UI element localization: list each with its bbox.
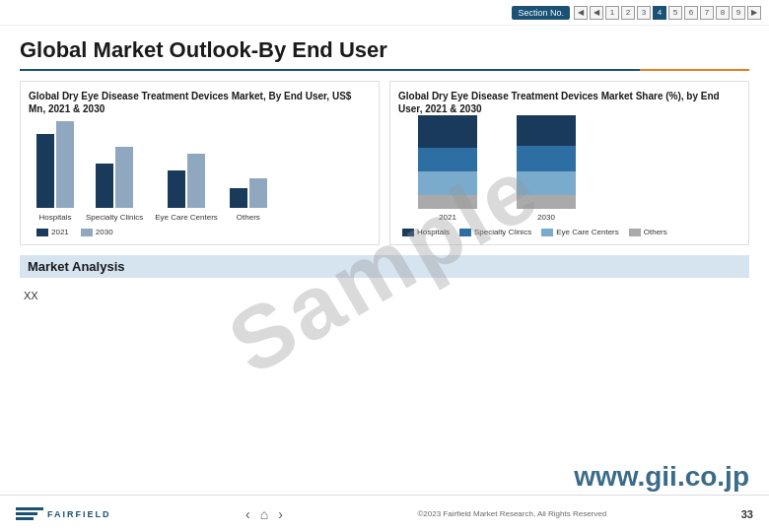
gii-watermark: www.gii.co.jp — [574, 461, 749, 493]
legend-label-others: Others — [644, 228, 667, 236]
nav-3[interactable]: 3 — [637, 6, 651, 20]
legend-2030: 2030 — [81, 228, 113, 236]
stacked-group-2021: 2021 — [418, 115, 477, 222]
section-label: Section No. — [512, 6, 570, 20]
bar-chart-title: Global Dry Eye Disease Treatment Devices… — [29, 90, 371, 115]
legend-label-specialty: Specialty Clinics — [474, 228, 531, 236]
stacked-label-2021: 2021 — [439, 213, 456, 222]
bar-eyecare-2030 — [187, 154, 205, 208]
logo-bar-3 — [16, 517, 34, 520]
charts-row: Global Dry Eye Disease Treatment Devices… — [20, 81, 749, 245]
footer-navigation[interactable]: ‹ ⌂ › — [245, 506, 283, 522]
footer-nav-prev[interactable]: ‹ — [245, 506, 250, 522]
nav-5[interactable]: 5 — [668, 6, 682, 20]
nav-9[interactable]: 9 — [732, 6, 745, 20]
bar-specialty-2030 — [115, 147, 133, 208]
bar-chart-area: Hospitals Specialty Clinics Ey — [29, 123, 371, 222]
legend-color-2030 — [81, 229, 93, 236]
bars-others — [230, 178, 267, 208]
stacked-legend-hospitals: Hospitals — [402, 228, 450, 236]
nav-1[interactable]: 1 — [605, 6, 619, 20]
stacked-seg-hospitals-2021 — [418, 115, 477, 148]
legend-label-2021: 2021 — [51, 228, 69, 236]
legend-color-hospitals — [402, 229, 414, 236]
bar-label-specialty: Specialty Clinics — [86, 213, 143, 222]
analysis-title: Market Analysis — [28, 259, 741, 274]
footer-nav-home[interactable]: ⌂ — [260, 506, 268, 522]
nav-next[interactable]: ▶ — [747, 6, 761, 20]
title-underline — [20, 69, 749, 71]
nav-dots[interactable]: ◀ ◀ 1 2 3 4 5 6 7 8 9 ▶ — [574, 6, 761, 20]
legend-2021: 2021 — [36, 228, 69, 236]
bar-group-hospitals: Hospitals — [36, 121, 74, 222]
bar-chart-box: Global Dry Eye Disease Treatment Devices… — [20, 81, 380, 245]
nav-2[interactable]: 2 — [621, 6, 635, 20]
legend-color-2021 — [36, 229, 48, 236]
nav-4[interactable]: 4 — [653, 6, 666, 20]
logo-bar-1 — [16, 507, 43, 510]
bar-group-eyecare: Eye Care Centers — [155, 154, 218, 222]
top-navigation-bar: Section No. ◀ ◀ 1 2 3 4 5 6 7 8 9 ▶ — [0, 0, 769, 26]
stacked-chart-area: 2021 2030 — [398, 123, 740, 222]
bar-others-2030 — [249, 178, 267, 208]
legend-color-specialty — [459, 229, 471, 236]
bars-eyecare — [168, 154, 205, 208]
stacked-bar-2021 — [418, 115, 477, 209]
footer: FAIRFIELD ‹ ⌂ › ©2023 Fairfield Market R… — [0, 495, 769, 532]
footer-nav-next[interactable]: › — [278, 506, 283, 522]
stacked-legend-eyecare: Eye Care Centers — [541, 228, 619, 236]
stacked-seg-specialty-2021 — [418, 148, 477, 171]
stacked-label-2030: 2030 — [537, 213, 555, 222]
bar-specialty-2021 — [96, 164, 113, 208]
page-title: Global Market Outlook-By End User — [20, 37, 749, 63]
bar-group-specialty: Specialty Clinics — [86, 147, 143, 222]
nav-7[interactable]: 7 — [700, 6, 714, 20]
nav-6[interactable]: 6 — [684, 6, 698, 20]
footer-logo-text: FAIRFIELD — [47, 509, 111, 519]
stacked-bar-2030 — [517, 115, 576, 209]
stacked-seg-specialty-2030 — [517, 146, 576, 171]
stacked-seg-eyecare-2021 — [418, 171, 477, 195]
bar-label-hospitals: Hospitals — [39, 213, 72, 222]
legend-label-hospitals: Hospitals — [417, 228, 450, 236]
logo-bar-2 — [16, 512, 37, 515]
stacked-group-2030: 2030 — [517, 115, 576, 222]
stacked-chart-title: Global Dry Eye Disease Treatment Devices… — [398, 90, 740, 115]
bar-chart-legend: 2021 2030 — [29, 228, 371, 236]
footer-copyright: ©2023 Fairfield Market Research, All Rig… — [417, 509, 606, 518]
bars-hospitals — [36, 121, 74, 208]
stacked-seg-others-2030 — [517, 195, 576, 209]
bar-eyecare-2021 — [168, 170, 185, 208]
stacked-seg-others-2021 — [418, 195, 477, 209]
stacked-seg-hospitals-2030 — [517, 115, 576, 146]
fairfield-logo-icon — [16, 507, 43, 520]
legend-color-eyecare — [541, 229, 553, 236]
main-content: Global Market Outlook-By End User Global… — [0, 26, 769, 315]
bar-group-others: Others — [230, 178, 267, 222]
bars-specialty — [96, 147, 133, 208]
bar-label-others: Others — [237, 213, 260, 222]
bar-label-eyecare: Eye Care Centers — [155, 213, 218, 222]
nav-prev[interactable]: ◀ — [574, 6, 588, 20]
stacked-legend-others: Others — [629, 228, 667, 236]
bar-hospitals-2030 — [56, 121, 74, 208]
legend-color-others — [629, 229, 641, 236]
footer-logo: FAIRFIELD — [16, 507, 111, 520]
analysis-content: XX — [20, 284, 749, 307]
stacked-seg-eyecare-2030 — [517, 171, 576, 195]
nav-prev2[interactable]: ◀ — [590, 6, 603, 20]
legend-label-2030: 2030 — [96, 228, 113, 236]
bar-others-2021 — [230, 188, 247, 208]
stacked-legend-specialty: Specialty Clinics — [459, 228, 531, 236]
bar-hospitals-2021 — [36, 134, 54, 208]
stacked-chart-box: Global Dry Eye Disease Treatment Devices… — [389, 81, 749, 245]
footer-page-number: 33 — [741, 508, 753, 520]
nav-8[interactable]: 8 — [716, 6, 730, 20]
stacked-chart-legend: Hospitals Specialty Clinics Eye Care Cen… — [398, 228, 740, 236]
analysis-section-header: Market Analysis — [20, 255, 749, 278]
legend-label-eyecare: Eye Care Centers — [556, 228, 619, 236]
